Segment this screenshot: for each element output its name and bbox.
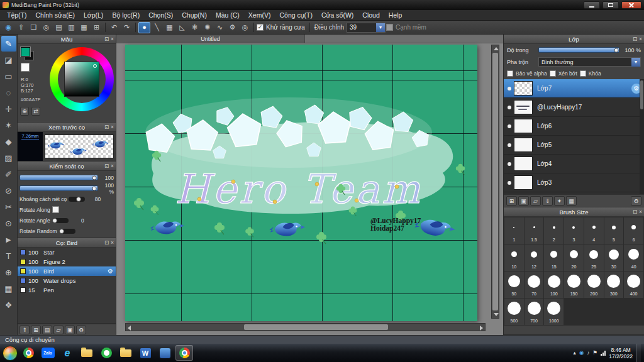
grid-icon[interactable]: ▦ — [78, 22, 90, 33]
snowflake-snap-icon[interactable]: ✻ — [189, 22, 201, 33]
layer-row-lop6[interactable]: Lớp6 — [504, 117, 644, 136]
brush-item-figure2[interactable]: 100 Figure 2 — [18, 257, 116, 266]
layer-folder-icon[interactable]: ▱ — [530, 196, 541, 206]
layer-grid-icon[interactable]: ▦ — [566, 196, 577, 206]
layer-row-lop3[interactable]: Lớp3 — [504, 173, 644, 192]
hand-tool[interactable]: ❖ — [1, 297, 16, 313]
brush-opacity-slider[interactable] — [19, 185, 98, 191]
saturation-value-square[interactable] — [64, 62, 99, 97]
layer-row-lop7[interactable]: Lớp7 ⚙ — [504, 79, 644, 98]
gradient-tool[interactable]: ▨ — [1, 150, 16, 166]
document-icon[interactable]: ▤ — [53, 22, 65, 33]
action-center-icon[interactable]: ⚑ — [593, 350, 598, 356]
brush-settings-gear-icon[interactable]: ⚙ — [108, 268, 113, 275]
undo-button[interactable]: ↶ — [108, 22, 120, 33]
clear-layer-icon[interactable]: ✦ — [554, 196, 565, 206]
layer-visibility-toggle[interactable] — [508, 181, 511, 185]
brush-size-option[interactable]: 5 — [604, 217, 624, 244]
menu-window[interactable]: Cửa sổ(W) — [317, 11, 358, 19]
drawing-canvas[interactable]: Hero Team — [125, 45, 477, 321]
taskbar-word-icon[interactable]: W — [136, 345, 154, 361]
horizontal-scrollbar[interactable] — [125, 323, 486, 331]
add-layer-icon[interactable]: ⊞ — [506, 196, 517, 206]
maximize-button[interactable] — [602, 1, 619, 9]
popout-icon[interactable]: ⊡ — [104, 162, 109, 170]
adjust-dropdown[interactable]: 39 ▾ — [347, 23, 386, 33]
layer-row-lop4[interactable]: Lớp4 — [504, 155, 644, 173]
preview-icon[interactable]: ◎ — [40, 22, 52, 33]
document-tab[interactable]: Untitled — [116, 35, 305, 43]
spacing-slider[interactable] — [69, 197, 85, 202]
menu-cloud[interactable]: Cloud — [358, 11, 384, 19]
brush-size-option[interactable]: 20 — [564, 244, 584, 271]
layer-row-lucyhappy[interactable]: @LucyHappy17 — [504, 98, 644, 117]
taskbar-ie-icon[interactable]: e — [58, 345, 76, 361]
minimize-button[interactable] — [584, 1, 600, 9]
move-up-icon[interactable]: ⇑ — [19, 326, 30, 334]
dropdown-arrow-icon[interactable]: ▾ — [631, 58, 640, 67]
brush-size-option[interactable]: 1.5 — [525, 217, 544, 244]
dropdown-arrow-icon[interactable]: ▾ — [376, 23, 385, 32]
popout-icon[interactable]: ⊡ — [104, 123, 109, 131]
layer-list-scrollbar[interactable] — [640, 79, 644, 194]
menu-view[interactable]: Xem(V) — [244, 11, 275, 19]
document-alt-icon[interactable]: ▥ — [65, 22, 77, 33]
brush-size-slider[interactable] — [19, 175, 98, 180]
popout-icon[interactable]: ⊡ — [104, 35, 109, 43]
close-panel-icon[interactable]: × — [639, 208, 642, 216]
layer-visibility-toggle[interactable] — [508, 162, 511, 166]
brush-size-option[interactable]: 400 — [624, 272, 643, 298]
delete-brush-icon[interactable]: ♻ — [76, 326, 86, 334]
layer-visibility-toggle[interactable] — [508, 143, 511, 147]
menu-snap[interactable]: Chụp(N) — [177, 11, 211, 19]
text-tool[interactable]: T — [1, 248, 16, 264]
table-icon[interactable]: ⊞ — [91, 22, 103, 33]
menu-edit[interactable]: Chỉnh sửa(E) — [31, 11, 79, 19]
merge-down-icon[interactable]: ⇓ — [542, 196, 553, 206]
menu-select[interactable]: Chọn(S) — [144, 11, 177, 19]
paint-tool-icon[interactable]: ◉ — [3, 22, 14, 33]
popout-icon[interactable]: ⊡ — [633, 35, 637, 43]
select-pen-tool[interactable]: ✐ — [1, 167, 16, 182]
layer-visibility-toggle[interactable] — [508, 106, 511, 109]
primary-color-swatch[interactable] — [21, 47, 30, 57]
vertical-scroll-thumb[interactable] — [492, 53, 498, 310]
lasso-tool[interactable]: ◌ — [1, 85, 16, 101]
taskbar-coccoc-icon[interactable] — [97, 345, 115, 361]
brush-folder-icon[interactable]: ▱ — [53, 326, 64, 334]
eraser-tool[interactable]: ◪ — [1, 52, 16, 68]
menu-file[interactable]: Tệp(T) — [3, 11, 31, 19]
brush-size-option[interactable]: 2 — [544, 217, 564, 244]
brush-size-option[interactable]: 3 — [564, 217, 584, 244]
brush-shape-icon[interactable]: ● — [138, 22, 150, 33]
frame-tool[interactable]: ▦ — [1, 281, 16, 297]
taskbar-zalo-icon[interactable]: Zalo — [39, 345, 57, 361]
menu-help[interactable]: Help — [384, 11, 407, 19]
close-panel-icon[interactable]: × — [111, 162, 114, 170]
comment-icon[interactable]: ❏ — [28, 22, 40, 33]
color-mode-icon[interactable]: ⊕ — [20, 107, 29, 116]
menu-layer[interactable]: Lớp(L) — [79, 11, 108, 19]
brush-tool[interactable]: ✎ — [1, 36, 16, 52]
start-button[interactable] — [3, 346, 18, 361]
layer-row-lop5[interactable]: Lớp5 — [504, 136, 644, 155]
vertical-scrollbar[interactable] — [491, 45, 499, 319]
select-eraser-tool[interactable]: ⊘ — [1, 183, 16, 199]
close-panel-icon[interactable]: × — [111, 123, 114, 131]
antialias-checkbox[interactable]: ✓ — [257, 24, 264, 31]
brush-size-option[interactable]: 100 — [544, 272, 564, 298]
menu-tools[interactable]: Công cụ(T) — [275, 11, 317, 19]
clipping-checkbox[interactable] — [550, 70, 556, 77]
popout-icon[interactable]: ⊡ — [104, 239, 109, 247]
brush-size-option[interactable]: 10 — [504, 244, 524, 271]
zoom-tool[interactable]: ⊕ — [1, 265, 16, 280]
close-panel-icon[interactable]: × — [111, 239, 114, 247]
radial-snap-icon[interactable]: ✺ — [201, 22, 213, 33]
snap-settings-gear-icon[interactable]: ⚙ — [226, 22, 238, 33]
duplicate-brush-icon[interactable]: ▣ — [65, 326, 75, 334]
brush-size-option[interactable]: 30 — [604, 244, 624, 271]
close-button[interactable] — [621, 1, 641, 9]
taskbar-clock[interactable]: 8:46 AM 17/2/2022 — [609, 347, 633, 359]
brush-size-option[interactable]: 150 — [564, 272, 584, 298]
brush-size-option[interactable]: 500 — [504, 299, 524, 325]
